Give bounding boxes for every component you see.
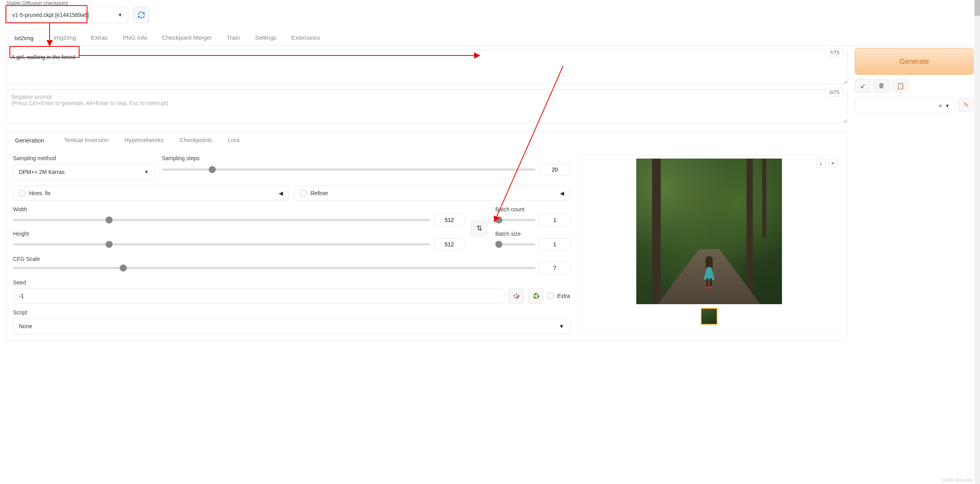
tab-txt2img[interactable]: txt2img — [8, 30, 40, 46]
tab-train[interactable]: Train — [225, 30, 242, 45]
batch-count-slider[interactable] — [495, 219, 535, 221]
tab-img2img[interactable]: img2img — [52, 30, 78, 45]
sampling-method-label: Sampling method — [13, 155, 155, 161]
refresh-checkpoint-button[interactable] — [133, 7, 150, 23]
refresh-icon — [137, 11, 145, 19]
download-image-button[interactable]: ⭳ — [816, 159, 826, 168]
sub-tabs: Generation Textual Inversion Hypernetwor… — [6, 131, 848, 149]
chevron-down-icon: ▼ — [118, 12, 122, 18]
refiner-label: Refiner — [311, 190, 328, 196]
interrogate-button[interactable]: ↙ — [855, 79, 871, 93]
edit-styles-button[interactable]: ✎ — [958, 98, 974, 112]
clipboard-icon: 📋 — [897, 82, 904, 90]
tab-extras[interactable]: Extras — [89, 30, 109, 45]
hires-fix-label: Hires. fix — [29, 190, 50, 196]
triangle-left-icon: ◀ — [560, 190, 564, 196]
checkpoint-value: v1-5-pruned.ckpt [e1441589a6] — [12, 12, 89, 18]
subtab-lora[interactable]: Lora — [225, 132, 242, 149]
refiner-accordion[interactable]: Refiner ◀ — [295, 186, 571, 201]
pencil-icon: ✎ — [963, 101, 969, 109]
sampling-method-select[interactable]: DPM++ 2M Karras ▼ — [13, 164, 155, 180]
subtab-hypernetworks[interactable]: Hypernetworks — [122, 132, 166, 149]
subtab-generation[interactable]: Generation — [8, 132, 51, 149]
page-scrollbar[interactable] — [974, 0, 980, 347]
subtab-checkpoints[interactable]: Checkpoints — [177, 132, 215, 149]
generate-button[interactable]: Generate — [855, 48, 974, 75]
prompt-input[interactable] — [6, 50, 848, 84]
batch-size-input[interactable] — [539, 238, 570, 250]
sampling-steps-label: Sampling steps — [162, 155, 570, 161]
chevron-down-icon: ▼ — [945, 103, 950, 109]
download-icon: ⭳ — [819, 161, 823, 166]
subtab-textual-inversion[interactable]: Textual Inversion — [62, 132, 111, 149]
tab-extensions[interactable]: Extensions — [290, 30, 322, 45]
seed-input[interactable] — [13, 288, 504, 304]
dice-icon: 🎲 — [513, 293, 520, 299]
clear-icon[interactable]: × — [939, 103, 942, 109]
seed-reuse-button[interactable]: ♻️ — [528, 288, 544, 304]
seed-label: Seed — [13, 279, 570, 286]
hires-fix-checkbox[interactable] — [19, 190, 25, 196]
styles-select[interactable]: × ▼ — [855, 98, 955, 114]
triangle-left-icon: ◀ — [279, 190, 283, 196]
cfg-slider[interactable] — [13, 267, 535, 269]
tab-checkpoint-merger[interactable]: Checkpoint Merger — [160, 30, 213, 45]
sampling-steps-slider[interactable] — [162, 168, 535, 171]
neg-prompt-token-count: 0/75 — [825, 88, 844, 97]
close-image-button[interactable]: ✕ — [828, 159, 837, 168]
chevron-down-icon: ▼ — [144, 169, 149, 175]
recycle-icon: ♻️ — [533, 293, 539, 299]
batch-count-label: Batch count — [495, 206, 570, 212]
prompt-token-count: 7/75 — [825, 48, 844, 57]
sampling-method-value: DPM++ 2M Karras — [19, 169, 65, 175]
refiner-checkbox[interactable] — [300, 190, 307, 196]
hires-fix-accordion[interactable]: Hires. fix ◀ — [13, 186, 289, 201]
swap-icon: ⇅ — [476, 224, 482, 233]
tab-settings[interactable]: Settings — [254, 30, 278, 45]
seed-extra-checkbox[interactable] — [548, 293, 554, 299]
seed-extra-label: Extra — [557, 293, 570, 299]
sampling-steps-input[interactable] — [539, 164, 570, 175]
main-tabs: txt2img img2img Extras PNG Info Checkpoi… — [6, 30, 974, 46]
clear-prompt-button[interactable]: 🗑 — [874, 79, 889, 93]
script-value: None — [19, 323, 32, 329]
height-input[interactable] — [434, 238, 465, 250]
chevron-down-icon: ▼ — [559, 323, 564, 329]
batch-size-label: Batch size — [495, 231, 570, 237]
checkpoint-select[interactable]: v1-5-pruned.ckpt [e1441589a6] ▼ — [6, 7, 128, 23]
batch-size-slider[interactable] — [495, 243, 535, 246]
paste-button[interactable]: 📋 — [893, 79, 908, 93]
checkpoint-label: Stable Diffusion checkpoint — [6, 0, 128, 6]
script-select[interactable]: None ▼ — [13, 318, 570, 334]
swap-dimensions-button[interactable]: ⇅ — [471, 220, 487, 236]
script-label: Script — [13, 309, 570, 316]
cfg-label: CFG Scale — [13, 256, 570, 262]
trash-icon: 🗑 — [878, 82, 885, 89]
output-panel: ⭳ ✕ — [577, 155, 841, 334]
width-slider[interactable] — [13, 219, 430, 221]
batch-count-input[interactable] — [539, 214, 570, 226]
output-thumbnail[interactable] — [701, 308, 717, 325]
cfg-input[interactable] — [539, 262, 570, 274]
width-label: Width — [13, 206, 465, 212]
output-image[interactable] — [636, 159, 782, 304]
height-slider[interactable] — [13, 243, 430, 246]
width-input[interactable] — [434, 214, 465, 226]
close-icon: ✕ — [831, 161, 835, 166]
seed-random-button[interactable]: 🎲 — [508, 288, 524, 304]
negative-prompt-input[interactable] — [6, 89, 848, 123]
tab-pnginfo[interactable]: PNG Info — [121, 30, 149, 45]
arrow-down-left-icon: ↙ — [860, 82, 865, 90]
height-label: Height — [13, 231, 465, 237]
